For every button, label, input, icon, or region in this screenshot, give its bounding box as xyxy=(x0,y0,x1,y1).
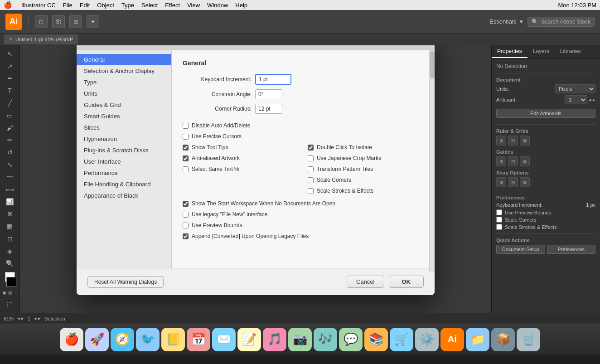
edit-artboards-button[interactable]: Edit Artboards xyxy=(496,109,595,118)
nav-hyphenation[interactable]: Hyphenation xyxy=(77,133,171,145)
menu-file[interactable]: File xyxy=(63,2,73,9)
apple-menu[interactable]: 🍎 xyxy=(4,1,12,9)
nav-plugins[interactable]: Plug-ins & Scratch Disks xyxy=(77,145,171,156)
tool-pencil[interactable]: ✏ xyxy=(4,134,16,146)
tab-libraries[interactable]: Libraries xyxy=(555,45,586,58)
toolbar-btn-4[interactable]: ✦ xyxy=(87,15,99,28)
dock-calendar[interactable]: 📅 xyxy=(187,328,210,351)
menu-object[interactable]: Object xyxy=(97,2,114,9)
dock-system-prefs[interactable]: ⚙️ xyxy=(415,328,439,351)
use-preview-bounds-checkbox[interactable] xyxy=(496,209,502,215)
dock-sketch[interactable]: 📝 xyxy=(237,328,261,351)
tool-artboard[interactable]: ⬚ xyxy=(4,299,16,310)
nav-smart-guides[interactable]: Smart Guides xyxy=(77,111,171,122)
checkbox-use-legacy-file-new[interactable] xyxy=(183,212,189,218)
dock-trash[interactable]: 🗑️ xyxy=(517,328,540,351)
dock-messages[interactable]: 💬 xyxy=(339,328,363,351)
nav-slices[interactable]: Slices xyxy=(77,122,171,133)
tool-line[interactable]: ╱ xyxy=(4,97,16,109)
tool-symbol[interactable]: ❋ xyxy=(4,209,16,220)
dialog-scrollbar-thumb[interactable] xyxy=(430,51,435,78)
nav-appearance-of-black[interactable]: Appearance of Black xyxy=(77,190,171,201)
menu-window[interactable]: Window xyxy=(207,2,228,9)
nav-units[interactable]: Units xyxy=(77,88,171,99)
scale-corners-checkbox[interactable] xyxy=(496,217,502,223)
workspace-selector[interactable]: Essentials ▾ xyxy=(489,18,523,25)
menu-type[interactable]: Type xyxy=(121,2,134,9)
dock-books[interactable]: 📚 xyxy=(364,328,388,351)
menu-help[interactable]: Help xyxy=(235,2,247,9)
ruler-grid-btn-1[interactable]: ⊞ xyxy=(496,136,506,146)
prev-artboard-icon[interactable]: ◂ xyxy=(589,97,591,103)
menu-view[interactable]: View xyxy=(187,2,200,9)
stroke-swatch[interactable] xyxy=(6,277,16,287)
tab-close-icon[interactable]: ✕ xyxy=(9,37,13,42)
checkbox-show-tool-tips[interactable] xyxy=(183,145,189,150)
checkbox-disable-auto-add[interactable] xyxy=(183,123,189,129)
dock-finder[interactable]: 🍎 xyxy=(60,328,83,351)
guides-btn-2[interactable]: ⊟ xyxy=(508,156,518,166)
dock-notes[interactable]: 📒 xyxy=(161,328,185,351)
tool-width[interactable]: ⟺ xyxy=(4,184,16,195)
dock-illustrator[interactable]: Ai xyxy=(440,328,464,351)
checkbox-anti-aliased[interactable] xyxy=(183,155,189,161)
tool-rectangle[interactable]: ▭ xyxy=(4,110,16,121)
dock-tweetbot[interactable]: 🐦 xyxy=(136,328,160,351)
constrain-angle-input[interactable] xyxy=(255,89,282,99)
guides-btn-1[interactable]: ⊞ xyxy=(496,156,506,166)
tool-scale[interactable]: ⤡ xyxy=(4,159,16,170)
menu-effect[interactable]: Effect xyxy=(165,2,180,9)
dock-itunes[interactable]: 🎵 xyxy=(263,328,286,351)
tool-graph[interactable]: 📊 xyxy=(4,196,16,207)
snap-btn-1[interactable]: ⊞ xyxy=(496,177,506,187)
nav-performance[interactable]: Performance xyxy=(77,167,171,179)
stock-search[interactable]: 🔍 Search Adobe Stock xyxy=(527,17,595,27)
checkbox-use-preview-bounds[interactable] xyxy=(183,223,189,228)
dock-mail[interactable]: ✉️ xyxy=(212,328,236,351)
dock-downloads[interactable]: 📦 xyxy=(491,328,515,351)
gradient-icon[interactable]: ▤ xyxy=(8,290,12,295)
tab-layers[interactable]: Layers xyxy=(527,45,555,58)
checkbox-double-click-isolate[interactable] xyxy=(308,145,314,150)
checkbox-scale-strokes-effects[interactable] xyxy=(308,188,314,194)
scale-strokes-checkbox[interactable] xyxy=(496,224,502,230)
document-tab[interactable]: ✕ Untitled-1 @ 61% (RGB/P xyxy=(4,34,78,44)
dock-appstore[interactable]: 🛒 xyxy=(390,328,413,351)
checkbox-show-start-workspace[interactable] xyxy=(183,201,189,207)
checkbox-scale-corners[interactable] xyxy=(308,177,314,183)
keyboard-increment-input[interactable] xyxy=(255,74,291,85)
reset-warning-dialogs-button[interactable]: Reset All Warning Dialogs xyxy=(87,276,164,288)
checkbox-japanese-crop-marks[interactable] xyxy=(308,155,314,161)
guides-btn-3[interactable]: ⊠ xyxy=(520,156,530,166)
artboard-select[interactable]: 1 xyxy=(565,95,587,104)
toolbar-btn-2[interactable]: St xyxy=(52,15,65,28)
nav-type[interactable]: Type xyxy=(77,77,171,88)
menu-illustrator[interactable]: Illustrator CC xyxy=(21,2,56,9)
checkbox-select-same-tint[interactable] xyxy=(183,166,189,172)
nav-general[interactable]: General xyxy=(77,54,171,65)
next-artboard-icon[interactable]: ▸ xyxy=(593,97,595,103)
document-setup-button[interactable]: Document Setup xyxy=(496,245,545,254)
checkbox-use-precise-cursors[interactable] xyxy=(183,134,189,140)
tool-zoom[interactable]: 🔍 xyxy=(4,257,16,269)
tool-warp[interactable]: 〜 xyxy=(4,171,16,183)
fill-color-icon[interactable]: ▣ xyxy=(2,290,6,295)
tool-slice[interactable]: ⊡ xyxy=(4,233,16,244)
checkbox-append-converted[interactable] xyxy=(183,233,189,239)
snap-btn-3[interactable]: ⊠ xyxy=(520,177,530,187)
units-select[interactable]: Pixels Points Millimeters xyxy=(555,84,595,93)
dock-safari[interactable]: 🧭 xyxy=(111,328,134,351)
cancel-button[interactable]: Cancel xyxy=(347,276,384,288)
tool-direct-selection[interactable]: ↗ xyxy=(4,60,16,72)
menu-edit[interactable]: Edit xyxy=(80,2,90,9)
dock-folder[interactable]: 📁 xyxy=(466,328,489,351)
tool-column-graph[interactable]: ▦ xyxy=(4,221,16,232)
nav-user-interface[interactable]: User Interface xyxy=(77,156,171,167)
menu-select[interactable]: Select xyxy=(141,2,158,9)
none-icon[interactable]: ⊘ xyxy=(14,290,18,295)
tab-properties[interactable]: Properties xyxy=(492,45,527,58)
nav-selection-anchor[interactable]: Selection & Anchor Display xyxy=(77,65,171,77)
ok-button[interactable]: OK xyxy=(389,276,424,288)
dock-launchpad[interactable]: 🚀 xyxy=(85,328,109,351)
nav-file-handling[interactable]: File Handling & Clipboard xyxy=(77,179,171,190)
